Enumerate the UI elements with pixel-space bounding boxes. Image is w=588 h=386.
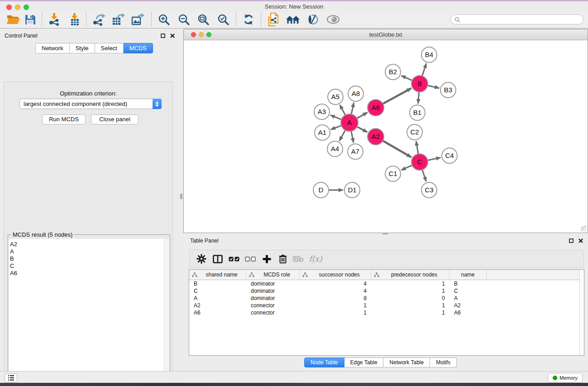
table-scrollbar[interactable] [579, 270, 584, 355]
table-row[interactable]: A2connector11A2 [189, 302, 584, 309]
float-panel-button[interactable] [160, 33, 166, 38]
node-A5[interactable]: A5 [328, 89, 343, 105]
tab-network[interactable]: Network [35, 43, 70, 53]
close-panel-button[interactable] [170, 33, 175, 38]
network-canvas[interactable]: AA1A3A5A8A4A7A6A2BB1B2B3B4CC1C2C3C4DD1 [184, 40, 588, 233]
result-list-item[interactable]: B [10, 255, 164, 262]
session-networks-button[interactable] [266, 12, 282, 27]
column-header-name[interactable]: name [449, 270, 487, 280]
edge-A-A8[interactable] [351, 103, 354, 115]
close-panel-button[interactable] [578, 238, 583, 243]
column-header-MCDS-role[interactable]: MCDS role [246, 270, 300, 280]
edge-A-A5[interactable] [340, 105, 346, 116]
edge-C-C2[interactable] [416, 141, 418, 155]
memory-button[interactable]: Memory [548, 373, 583, 383]
edge-A-A7[interactable] [351, 130, 354, 143]
column-header-predecessor-nodes[interactable]: predecessor nodes [371, 270, 449, 280]
open-session-button[interactable] [5, 12, 21, 27]
node-B1[interactable]: B1 [410, 105, 425, 120]
node-A2[interactable]: A2 [368, 129, 384, 145]
edge-B-B4[interactable] [422, 63, 426, 77]
node-B[interactable]: B [411, 76, 428, 92]
edge-C-C3[interactable] [422, 169, 426, 181]
edge-A-A2[interactable] [356, 126, 367, 132]
criterion-select[interactable]: largest connected component (directed) [19, 99, 162, 109]
zoom-selected-button[interactable] [215, 12, 231, 27]
save-session-button[interactable] [22, 12, 38, 27]
show-graphics-details-button[interactable] [305, 12, 320, 27]
result-list-item[interactable]: A [10, 248, 164, 255]
tab-network-table[interactable]: Network Table [383, 357, 430, 367]
table-row[interactable]: Cdominator41C [189, 287, 584, 295]
birds-eye-view-button[interactable] [325, 12, 341, 27]
home-button[interactable] [285, 12, 301, 27]
mcds-result-list[interactable]: A2ABCA6 [9, 239, 164, 386]
zoom-fit-button[interactable] [196, 12, 211, 27]
close-panel-button-mcds[interactable]: Close panel [91, 114, 139, 124]
edge-B-B3[interactable] [427, 85, 440, 88]
network-graph[interactable]: AA1A3A5A8A4A7A6A2BB1B2B3B4CC1C2C3C4DD1 [184, 40, 588, 233]
result-list-item[interactable]: A6 [10, 270, 164, 277]
tab-node-table[interactable]: Node Table [304, 357, 344, 367]
column-header-successor-nodes[interactable]: successor nodes [300, 270, 371, 280]
import-network-button[interactable] [47, 12, 62, 27]
node-B4[interactable]: B4 [421, 47, 437, 62]
tab-edge-table[interactable]: Edge Table [344, 357, 384, 367]
zoom-in-button[interactable] [156, 12, 172, 27]
export-network-button[interactable] [91, 12, 106, 27]
deselect-all-button[interactable] [242, 257, 258, 262]
node-C[interactable]: C [411, 154, 428, 170]
result-list-item[interactable]: C [10, 262, 164, 270]
node-B3[interactable]: B3 [440, 82, 456, 98]
zoom-out-button[interactable] [176, 12, 191, 27]
export-table-button[interactable] [110, 12, 126, 27]
edge-B-B1[interactable] [418, 91, 419, 104]
node-C4[interactable]: C4 [442, 148, 457, 163]
node-A8[interactable]: A8 [348, 86, 363, 101]
node-C3[interactable]: C3 [421, 182, 437, 198]
tab-motifs[interactable]: Motifs [430, 357, 457, 367]
show-columns-button[interactable] [210, 255, 226, 263]
apply-layout-button[interactable] [241, 12, 256, 27]
edge-A-A6[interactable] [356, 112, 368, 119]
show-task-history-button[interactable] [5, 373, 17, 382]
node-A3[interactable]: A3 [314, 104, 330, 119]
run-mcds-button[interactable]: Run MCDS [42, 114, 86, 124]
node-A7[interactable]: A7 [348, 144, 363, 159]
column-header-shared-name[interactable]: shared name [189, 270, 246, 280]
tab-mcds[interactable]: MCDS [124, 43, 153, 53]
result-scrollbar[interactable] [164, 239, 169, 386]
add-column-button[interactable] [258, 255, 275, 263]
search-input[interactable] [460, 16, 583, 23]
resize-grip-icon[interactable] [581, 226, 587, 232]
table-row[interactable]: Adominator80A [189, 295, 584, 302]
delete-table-button[interactable] [291, 256, 306, 262]
delete-column-button[interactable] [275, 254, 291, 263]
node-C2[interactable]: C2 [407, 124, 422, 140]
tab-select[interactable]: Select [95, 43, 124, 53]
node-D[interactable]: D [313, 182, 329, 198]
edge-A6-B[interactable] [382, 88, 411, 104]
float-panel-button[interactable] [569, 238, 574, 243]
edge-A-A1[interactable] [331, 125, 342, 129]
node-A4[interactable]: A4 [327, 141, 343, 157]
node-A6[interactable]: A6 [368, 100, 384, 116]
table-settings-button[interactable] [193, 254, 210, 264]
node-A1[interactable]: A1 [315, 125, 330, 140]
result-list-item[interactable]: A2 [10, 241, 164, 248]
import-table-button[interactable] [67, 12, 82, 27]
edge-A-A3[interactable] [330, 115, 343, 119]
export-image-button[interactable] [130, 12, 145, 27]
edge-C-C4[interactable] [427, 157, 441, 161]
node-A[interactable]: A [341, 114, 358, 131]
edge-B-B2[interactable] [401, 76, 413, 81]
edge-A2-C[interactable] [382, 140, 411, 157]
table-row[interactable]: Bdominator41B [189, 280, 584, 287]
node-D1[interactable]: D1 [344, 182, 360, 198]
function-builder-button[interactable]: f(x) [306, 254, 325, 263]
edge-A-A4[interactable] [339, 129, 346, 141]
node-B2[interactable]: B2 [385, 64, 401, 80]
node-C1[interactable]: C1 [385, 166, 401, 181]
search-field[interactable] [450, 14, 583, 24]
select-all-button[interactable] [226, 257, 242, 262]
